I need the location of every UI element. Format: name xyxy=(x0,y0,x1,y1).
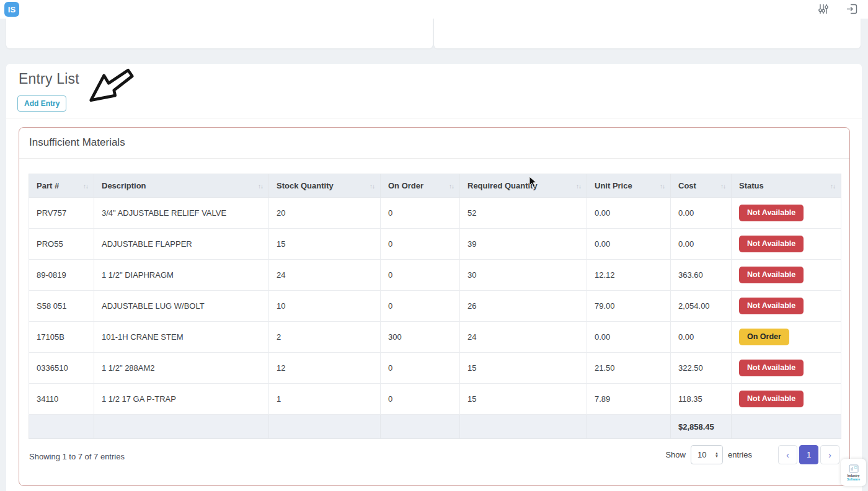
cell-stock: 20 xyxy=(269,198,381,229)
cell-stock: 12 xyxy=(269,353,381,384)
annotation-arrow xyxy=(88,66,135,107)
cell-on_order: 0 xyxy=(381,291,460,322)
column-header-cost[interactable]: Cost↑↓ xyxy=(671,174,732,198)
cell-required: 15 xyxy=(460,353,587,384)
cell-unit_price: 7.89 xyxy=(587,384,671,415)
mouse-cursor-icon xyxy=(529,176,537,190)
cell-unit_price: 12.12 xyxy=(587,260,671,291)
main-panel: Entry List Add Entry Insufficient Materi… xyxy=(6,64,862,491)
status-badge: Not Available xyxy=(739,267,804,283)
industry-software-watermark: Industry Software xyxy=(841,459,866,486)
cell-status: Not Available xyxy=(732,353,841,384)
column-header-unit-price[interactable]: Unit Price↑↓ xyxy=(587,174,671,198)
table-row: 341101 1/2 17 GA P-TRAP10157.89118.35Not… xyxy=(29,384,841,415)
sort-icon[interactable]: ↑↓ xyxy=(720,182,725,189)
column-header-stock-quantity[interactable]: Stock Quantity↑↓ xyxy=(269,174,381,198)
cell-part: S58 051 xyxy=(29,291,94,322)
table-row: 03365101 1/2" 288AM21201521.50322.50Not … xyxy=(29,353,841,384)
cell-on_order: 0 xyxy=(381,384,460,415)
insufficient-materials-card: Insufficient Materials Part #↑↓ Descript… xyxy=(19,127,850,486)
watermark-text-line2: Software xyxy=(847,477,860,481)
sort-icon[interactable]: ↑↓ xyxy=(449,182,454,189)
cell-cost: 0.00 xyxy=(671,322,732,353)
table-row: 89-08191 1/2" DIAPHRAGM2403012.12363.60N… xyxy=(29,260,841,291)
section-divider xyxy=(6,118,862,118)
cell-part: 34110 xyxy=(29,384,94,415)
cell-status: Not Available xyxy=(732,384,841,415)
cell-cost: 0.00 xyxy=(671,198,732,229)
card-title: Insufficient Materials xyxy=(29,136,125,148)
app-logo[interactable]: IS xyxy=(4,2,19,17)
sort-icon[interactable]: ↑↓ xyxy=(83,182,88,189)
cell-required: 52 xyxy=(460,198,587,229)
sort-icon[interactable]: ↑↓ xyxy=(370,182,374,189)
status-badge: Not Available xyxy=(739,360,804,376)
sliders-icon[interactable] xyxy=(818,4,829,14)
sort-icon[interactable]: ↑↓ xyxy=(576,182,581,189)
status-badge: Not Available xyxy=(739,391,804,407)
sign-out-icon[interactable] xyxy=(846,4,858,14)
cell-cost: 363.60 xyxy=(671,260,732,291)
cell-description: 1 1/2" 288AM2 xyxy=(94,353,269,384)
column-header-part[interactable]: Part #↑↓ xyxy=(29,174,94,198)
cell-on_order: 300 xyxy=(381,322,460,353)
table-total-row: $2,858.45 xyxy=(29,415,841,439)
table-row: PRO55ADJUSTABLE FLAPPER150390.000.00Not … xyxy=(29,229,841,260)
column-header-description[interactable]: Description↑↓ xyxy=(94,174,269,198)
table-row: 17105B101-1H CRANE STEM2300240.000.00On … xyxy=(29,322,841,353)
sort-icon[interactable]: ↑↓ xyxy=(830,182,835,189)
cell-required: 15 xyxy=(460,384,587,415)
upper-panel-left xyxy=(6,17,433,48)
upper-panel-right xyxy=(434,17,861,48)
add-entry-button[interactable]: Add Entry xyxy=(17,95,66,112)
status-badge: Not Available xyxy=(739,236,804,252)
chevron-right-icon: › xyxy=(828,449,831,460)
cell-cost: 2,054.00 xyxy=(671,291,732,322)
prev-page-button[interactable]: ‹ xyxy=(778,445,797,464)
cell-on_order: 0 xyxy=(381,198,460,229)
cell-description: ADJUSTABLE FLAPPER xyxy=(94,229,269,260)
cell-stock: 15 xyxy=(269,229,381,260)
next-page-button[interactable]: › xyxy=(820,445,839,464)
sort-icon[interactable]: ↑↓ xyxy=(258,182,263,189)
cell-description: 101-1H CRANE STEM xyxy=(94,322,269,353)
cell-part: 17105B xyxy=(29,322,94,353)
cell-stock: 24 xyxy=(269,260,381,291)
cell-status: Not Available xyxy=(732,229,841,260)
cell-part: PRV757 xyxy=(29,198,94,229)
status-badge: Not Available xyxy=(739,298,804,314)
cell-unit_price: 0.00 xyxy=(587,198,671,229)
column-header-status[interactable]: Status↑↓ xyxy=(732,174,841,198)
materials-table-wrap: Part #↑↓ Description↑↓ Stock Quantity↑↓ … xyxy=(29,174,841,439)
column-header-on-order[interactable]: On Order↑↓ xyxy=(381,174,460,198)
card-header: Insufficient Materials xyxy=(19,128,849,159)
column-header-required-quantity[interactable]: Required Quantity↑↓ xyxy=(460,174,587,198)
table-header-row: Part #↑↓ Description↑↓ Stock Quantity↑↓ … xyxy=(29,174,841,198)
cell-on_order: 0 xyxy=(381,229,460,260)
entries-label: entries xyxy=(728,450,752,459)
page-1-button[interactable]: 1 xyxy=(799,445,818,464)
cell-status: Not Available xyxy=(732,291,841,322)
page-size-select[interactable]: 10 xyxy=(691,445,723,464)
cell-part: 0336510 xyxy=(29,353,94,384)
cell-cost: 118.35 xyxy=(671,384,732,415)
cell-stock: 10 xyxy=(269,291,381,322)
cell-description: 3/4" ADJUSTABLE RELIEF VALVE xyxy=(94,198,269,229)
status-badge: On Order xyxy=(739,329,789,345)
cell-on_order: 0 xyxy=(381,353,460,384)
page-title: Entry List xyxy=(19,71,79,87)
total-cost-cell: $2,858.45 xyxy=(671,415,732,439)
chevron-left-icon: ‹ xyxy=(786,449,789,460)
cell-cost: 322.50 xyxy=(671,353,732,384)
cell-on_order: 0 xyxy=(381,260,460,291)
sort-icon[interactable]: ↑↓ xyxy=(660,182,665,189)
pagination: ‹ 1 › xyxy=(778,445,839,464)
showing-entries-text: Showing 1 to 7 of 7 entries xyxy=(29,452,125,461)
cell-required: 26 xyxy=(460,291,587,322)
cell-description: 1 1/2" DIAPHRAGM xyxy=(94,260,269,291)
cell-unit_price: 79.00 xyxy=(587,291,671,322)
cell-status: Not Available xyxy=(732,198,841,229)
cell-part: PRO55 xyxy=(29,229,94,260)
topbar: IS xyxy=(0,0,868,19)
cell-part: 89-0819 xyxy=(29,260,94,291)
